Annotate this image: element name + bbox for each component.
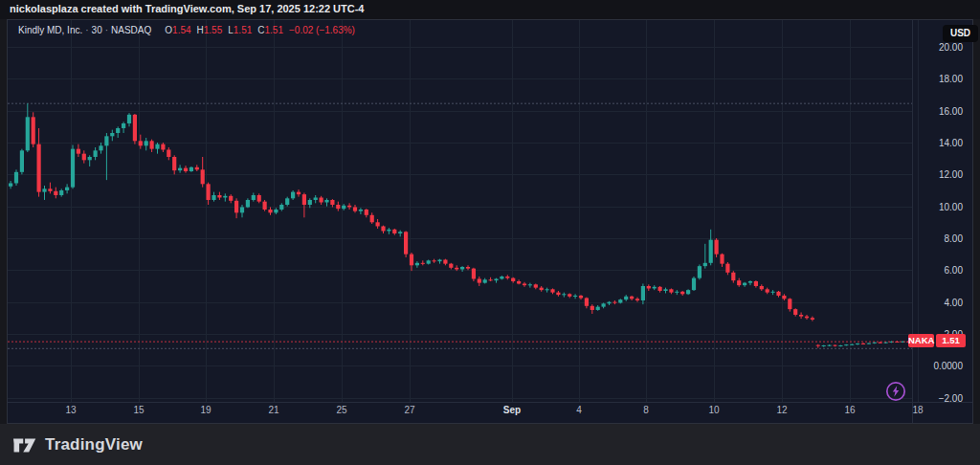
candle bbox=[460, 267, 464, 269]
candle bbox=[370, 215, 374, 222]
candle bbox=[731, 273, 735, 280]
candle bbox=[500, 277, 503, 278]
time-tick-label: 10 bbox=[695, 405, 733, 415]
legend-separator: · bbox=[105, 25, 108, 35]
candle bbox=[9, 183, 12, 186]
candle bbox=[26, 117, 30, 150]
candle bbox=[240, 207, 244, 212]
candle bbox=[184, 168, 188, 171]
candle bbox=[110, 133, 114, 136]
tradingview-snapshot: nickolasplaza created with TradingView.c… bbox=[0, 0, 980, 465]
candle bbox=[37, 144, 41, 192]
candle bbox=[754, 281, 758, 286]
candle bbox=[641, 286, 645, 300]
candle bbox=[195, 167, 199, 169]
candle bbox=[20, 150, 24, 171]
ohlc-values: O1.54H1.55L1.51C1.51−0.02 (−1.63%) bbox=[159, 25, 355, 35]
candle bbox=[618, 299, 622, 302]
candle bbox=[212, 195, 215, 200]
tradingview-logo[interactable]: TradingView bbox=[13, 434, 143, 455]
price-tick-label: 4.00 bbox=[945, 298, 963, 308]
candle bbox=[478, 278, 481, 282]
candle bbox=[568, 294, 571, 296]
candle bbox=[42, 188, 46, 191]
candle bbox=[178, 168, 182, 170]
candle bbox=[94, 150, 98, 157]
candle bbox=[546, 289, 549, 290]
candle bbox=[680, 292, 684, 294]
candle bbox=[873, 343, 877, 343]
candle bbox=[511, 278, 515, 281]
candle bbox=[828, 345, 832, 346]
price-tick-label: 14.00 bbox=[939, 138, 963, 148]
candle bbox=[612, 302, 616, 303]
candle bbox=[658, 287, 662, 291]
time-tick-label: 19 bbox=[187, 405, 225, 415]
candle bbox=[65, 188, 69, 190]
symbol-legend[interactable]: Kindly MD, Inc.·30·NASDAQO1.54H1.55L1.51… bbox=[18, 25, 355, 35]
time-tick-label: Sep bbox=[493, 405, 531, 415]
time-tick-label: 16 bbox=[831, 405, 869, 415]
candle bbox=[167, 149, 170, 156]
candle bbox=[392, 230, 396, 233]
candle bbox=[415, 263, 419, 265]
candle bbox=[760, 286, 764, 289]
candle bbox=[71, 149, 75, 188]
candlestick-plot[interactable] bbox=[8, 20, 972, 423]
candle bbox=[748, 281, 752, 283]
candle bbox=[703, 263, 707, 266]
candle bbox=[297, 192, 301, 194]
candle bbox=[161, 144, 165, 150]
time-tick-label: 18 bbox=[899, 405, 937, 415]
candle bbox=[201, 169, 205, 184]
attribution-text: nickolasplaza created with TradingView.c… bbox=[10, 3, 364, 14]
currency-usd-button[interactable]: USD bbox=[943, 25, 978, 42]
candle bbox=[771, 292, 775, 293]
candle bbox=[472, 269, 476, 279]
price-tick-label: −2.00 bbox=[939, 393, 963, 404]
candle bbox=[737, 280, 741, 285]
candle bbox=[155, 144, 159, 149]
candle bbox=[404, 232, 408, 254]
candle bbox=[308, 200, 312, 205]
candle bbox=[663, 289, 667, 291]
candle bbox=[867, 343, 871, 344]
candle bbox=[342, 206, 345, 209]
candle bbox=[743, 283, 746, 285]
candle bbox=[776, 292, 780, 296]
candle bbox=[793, 309, 797, 315]
time-tick-label: 8 bbox=[627, 405, 665, 415]
open-value: 1.54 bbox=[172, 25, 190, 35]
candle bbox=[263, 202, 267, 210]
candle bbox=[782, 296, 786, 299]
time-tick-label: 15 bbox=[120, 405, 158, 415]
candle bbox=[715, 240, 719, 255]
candle bbox=[455, 268, 458, 270]
candle bbox=[523, 283, 526, 285]
candle bbox=[257, 195, 261, 202]
candle bbox=[505, 277, 509, 278]
candle bbox=[347, 206, 351, 208]
price-tick-label: 10.00 bbox=[939, 202, 963, 212]
candle bbox=[607, 302, 611, 304]
candle bbox=[449, 264, 453, 268]
candle bbox=[48, 188, 52, 190]
candle bbox=[788, 299, 791, 309]
candle bbox=[653, 287, 657, 289]
candle bbox=[381, 226, 385, 231]
lightning-boost-icon[interactable] bbox=[884, 380, 907, 403]
candle bbox=[443, 259, 447, 263]
time-tick-label: 4 bbox=[560, 405, 598, 415]
candle bbox=[822, 345, 826, 346]
candle bbox=[274, 210, 278, 212]
candle bbox=[856, 343, 859, 344]
close-value: 1.51 bbox=[265, 25, 283, 35]
candle bbox=[116, 128, 120, 133]
candle bbox=[602, 303, 606, 306]
high-value: 1.55 bbox=[204, 25, 222, 35]
close-label: C bbox=[257, 25, 264, 35]
candle bbox=[811, 318, 814, 320]
candle bbox=[252, 195, 256, 200]
candle bbox=[104, 136, 108, 145]
candle bbox=[353, 207, 357, 210]
